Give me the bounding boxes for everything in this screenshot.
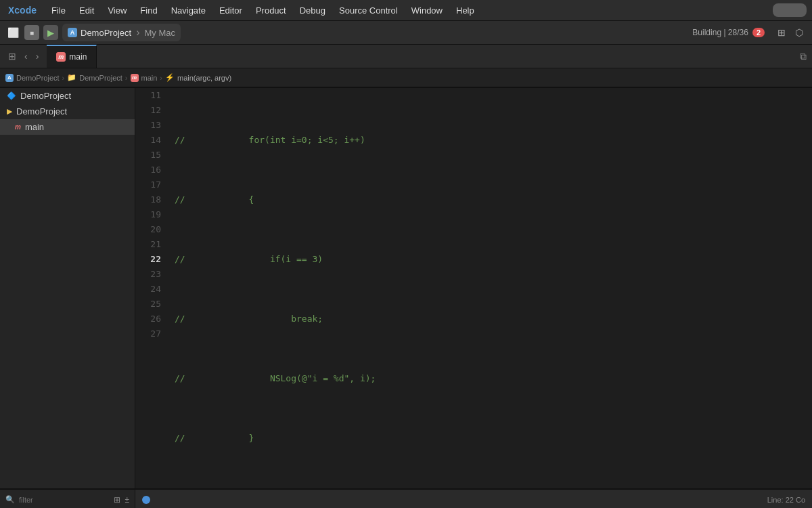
split-editor-icon[interactable]: ⧉ bbox=[800, 51, 807, 62]
code-line-16: // } bbox=[175, 431, 812, 446]
main-layout: 🔷 DemoProject ▶ DemoProject m main 11 12… bbox=[0, 88, 812, 488]
tab-file-icon: m bbox=[56, 52, 66, 62]
run-button[interactable]: ▶ bbox=[43, 25, 58, 40]
fullscreen-button[interactable] bbox=[773, 3, 807, 17]
sidebar-toggle-icon[interactable]: ⬜ bbox=[5, 25, 20, 40]
stop-button[interactable] bbox=[24, 25, 39, 40]
tab-nav: ⊞ ‹ › bbox=[0, 45, 47, 68]
sidebar-label-folder: DemoProject bbox=[16, 106, 67, 117]
filter-add-icon[interactable]: ± bbox=[125, 495, 129, 505]
sidebar-label-main: main bbox=[25, 122, 44, 132]
code-line-11: // for(int i=0; i<5; i++) bbox=[175, 133, 812, 148]
bottom-sidebar-filter: 🔍 ⊞ ± bbox=[0, 489, 135, 508]
menu-edit[interactable]: Edit bbox=[72, 0, 101, 20]
blue-status-dot bbox=[142, 496, 150, 504]
build-status-text: Building | 28/36 bbox=[692, 28, 748, 37]
tab-label: main bbox=[69, 52, 87, 62]
status-left bbox=[142, 496, 150, 504]
tab-right-icons: ⧉ bbox=[800, 51, 812, 62]
sidebar-item-main[interactable]: m main bbox=[0, 119, 135, 135]
code-line-12: // { bbox=[175, 192, 812, 207]
menu-window[interactable]: Window bbox=[405, 0, 449, 20]
project-separator: › bbox=[136, 26, 139, 39]
breadcrumb-project-icon: A bbox=[5, 74, 14, 82]
menu-editor[interactable]: Editor bbox=[212, 0, 249, 20]
breadcrumb-folder[interactable]: DemoProject bbox=[79, 74, 122, 82]
sidebar: 🔷 DemoProject ▶ DemoProject m main bbox=[0, 88, 135, 488]
menu-navigate[interactable]: Navigate bbox=[164, 0, 212, 20]
tab-bar: ⊞ ‹ › m main ⧉ bbox=[0, 45, 812, 68]
filter-input[interactable] bbox=[19, 496, 110, 504]
project-target: My Mac bbox=[144, 28, 175, 38]
breadcrumb-file[interactable]: main bbox=[141, 74, 158, 82]
line-info-text: Line: 22 Co bbox=[767, 496, 805, 504]
breadcrumb-bar: A DemoProject › 📁 DemoProject › m main ›… bbox=[0, 68, 812, 87]
menu-file[interactable]: File bbox=[45, 0, 72, 20]
toolbar: ⬜ ▶ A DemoProject › My Mac Building | 28… bbox=[0, 21, 812, 45]
window-controls-right bbox=[773, 3, 812, 17]
filter-options-icon[interactable]: ⊞ bbox=[114, 495, 120, 505]
sidebar-item-demoproject-root[interactable]: 🔷 DemoProject bbox=[0, 88, 135, 104]
code-container: 11 12 13 14 15 16 17 18 19 20 21 22 23 2… bbox=[135, 88, 812, 488]
sidebar-label-root: DemoProject bbox=[20, 91, 71, 101]
project-name: DemoProject bbox=[81, 28, 131, 38]
bottom-status-bar: Line: 22 Co bbox=[135, 489, 812, 508]
menu-source-control[interactable]: Source Control bbox=[332, 0, 405, 20]
menu-view[interactable]: View bbox=[101, 0, 133, 20]
code-line-13: // if(i == 3) bbox=[175, 252, 812, 267]
grid-layout-icon[interactable]: ⊞ bbox=[5, 49, 19, 63]
breadcrumb-function[interactable]: main(argc, argv) bbox=[177, 74, 231, 82]
code-line-14: // break; bbox=[175, 312, 812, 326]
main-tab[interactable]: m main bbox=[47, 45, 97, 68]
menu-debug[interactable]: Debug bbox=[293, 0, 332, 20]
inspector-icon[interactable]: ⬡ bbox=[792, 25, 807, 40]
breadcrumb-file-icon: m bbox=[131, 74, 139, 82]
code-editor[interactable]: // for(int i=0; i<5; i++) // { // if(i =… bbox=[169, 88, 812, 488]
breadcrumb-project[interactable]: DemoProject bbox=[16, 74, 60, 82]
folder-icon: ▶ bbox=[7, 107, 12, 116]
build-status: Building | 28/36 2 bbox=[692, 28, 765, 37]
menu-product[interactable]: Product bbox=[249, 0, 293, 20]
menu-help[interactable]: Help bbox=[449, 0, 481, 20]
project-selector[interactable]: A DemoProject › My Mac bbox=[62, 24, 181, 41]
editor-area[interactable]: 11 12 13 14 15 16 17 18 19 20 21 22 23 2… bbox=[135, 88, 812, 488]
menu-find[interactable]: Find bbox=[133, 0, 164, 20]
back-icon[interactable]: ‹ bbox=[22, 49, 30, 63]
xcode-logo[interactable]: Xcode bbox=[0, 5, 45, 16]
bottom-combined: 🔍 ⊞ ± Line: 22 Co bbox=[0, 488, 812, 508]
filter-icon: 🔍 bbox=[5, 495, 15, 504]
line-numbers: 11 12 13 14 15 16 17 18 19 20 21 22 23 2… bbox=[135, 88, 169, 488]
code-line-15: // NSLog(@"i = %d", i); bbox=[175, 371, 812, 386]
forward-icon[interactable]: › bbox=[33, 49, 42, 63]
project-icon: A bbox=[68, 28, 77, 37]
grid-view-icon[interactable]: ⊞ bbox=[774, 25, 789, 40]
status-right: Line: 22 Co bbox=[767, 496, 805, 504]
project-root-icon: 🔷 bbox=[7, 91, 16, 100]
build-error-badge: 2 bbox=[752, 28, 765, 37]
file-icon: m bbox=[15, 123, 21, 131]
sidebar-item-demoproject-folder[interactable]: ▶ DemoProject bbox=[0, 104, 135, 119]
menu-bar: Xcode File Edit View Find Navigate Edito… bbox=[0, 0, 812, 21]
